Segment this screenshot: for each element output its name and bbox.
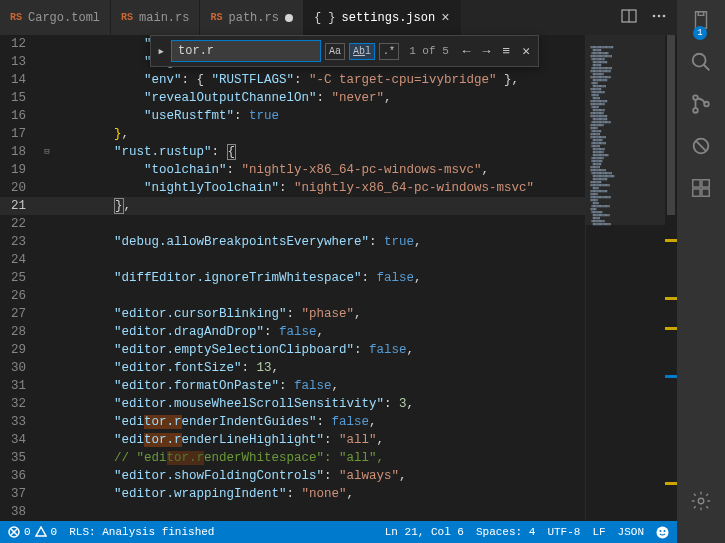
rust-file-icon: RS <box>10 12 22 23</box>
code-line[interactable]: 22 <box>0 215 585 233</box>
code-line[interactable]: 36 "editor.showFoldingControls": "always… <box>0 467 585 485</box>
code-line[interactable]: 37 "editor.wrappingIndent": "none", <box>0 485 585 503</box>
find-prev-icon[interactable]: ← <box>459 44 475 59</box>
svg-rect-19 <box>702 180 709 187</box>
code-line[interactable]: 21 }, <box>0 197 585 215</box>
find-close-icon[interactable]: ✕ <box>518 43 534 59</box>
code-line[interactable]: 15 "revealOutputChannelOn": "never", <box>0 89 585 107</box>
settings-icon[interactable] <box>689 489 713 513</box>
svg-rect-20 <box>693 189 700 196</box>
code-line[interactable]: 29 "editor.emptySelectionClipboard": fal… <box>0 341 585 359</box>
code-line[interactable]: 17 }, <box>0 125 585 143</box>
code-line[interactable]: 27 "editor.cursorBlinking": "phase", <box>0 305 585 323</box>
code-line[interactable]: 31 "editor.formatOnPaste": false, <box>0 377 585 395</box>
code-line[interactable]: 33 "editor.renderIndentGuides": false, <box>0 413 585 431</box>
code-line[interactable]: 26 <box>0 287 585 305</box>
status-rls[interactable]: RLS: Analysis finished <box>69 526 214 538</box>
activity-bar: 1 <box>677 0 725 543</box>
whole-word-toggle[interactable]: Abl <box>349 43 375 60</box>
status-eol[interactable]: LF <box>592 526 605 538</box>
svg-point-9 <box>660 530 662 532</box>
status-lncol[interactable]: Ln 21, Col 6 <box>385 526 464 538</box>
svg-point-3 <box>658 14 661 17</box>
code-line[interactable]: 18⊟ "rust.rustup": { <box>0 143 585 161</box>
find-expand-icon[interactable]: ▸ <box>155 43 167 59</box>
rust-file-icon: RS <box>210 12 222 23</box>
tab-Cargo-toml[interactable]: RSCargo.toml <box>0 0 111 35</box>
code-line[interactable]: 28 "editor.dragAndDrop": false, <box>0 323 585 341</box>
code-line[interactable]: 38 <box>0 503 585 521</box>
search-icon[interactable] <box>689 50 713 74</box>
code-line[interactable]: 14 "env": { "RUSTFLAGS": "-C target-cpu=… <box>0 71 585 89</box>
tab-label: path.rs <box>228 11 278 25</box>
code-line[interactable]: 23 "debug.allowBreakpointsEverywhere": t… <box>0 233 585 251</box>
tab-label: main.rs <box>139 11 189 25</box>
code-line[interactable]: 35 // "editor.renderWhitespace": "all", <box>0 449 585 467</box>
more-actions-icon[interactable] <box>651 8 667 28</box>
svg-line-17 <box>696 141 705 150</box>
match-case-toggle[interactable]: Aa <box>325 43 345 60</box>
code-line[interactable]: 25 "diffEditor.ignoreTrimWhitespace": fa… <box>0 269 585 287</box>
tab-bar: RSCargo.tomlRSmain.rsRSpath.rs{ }setting… <box>0 0 677 35</box>
code-line[interactable]: 19 "toolchain": "nightly-x86_64-pc-windo… <box>0 161 585 179</box>
debug-icon[interactable] <box>689 134 713 158</box>
scrollbar-thumb[interactable] <box>667 35 675 215</box>
svg-rect-21 <box>702 189 709 196</box>
tab-settings-json[interactable]: { }settings.json× <box>304 0 461 35</box>
find-input[interactable] <box>171 40 321 62</box>
explorer-icon[interactable]: 1 <box>689 8 713 32</box>
scrollbar[interactable] <box>665 35 677 521</box>
code-line[interactable]: 24 <box>0 251 585 269</box>
svg-point-11 <box>693 54 706 67</box>
json-file-icon: { } <box>314 11 336 25</box>
tab-label: Cargo.toml <box>28 11 100 25</box>
rust-file-icon: RS <box>121 12 133 23</box>
svg-point-8 <box>657 526 669 538</box>
status-spaces[interactable]: Spaces: 4 <box>476 526 535 538</box>
source-control-icon[interactable] <box>689 92 713 116</box>
svg-line-12 <box>704 65 710 71</box>
dirty-indicator-icon <box>285 14 293 22</box>
svg-point-13 <box>693 95 698 100</box>
close-tab-icon[interactable]: × <box>441 10 449 26</box>
find-count: 1 of 5 <box>409 45 449 57</box>
split-editor-icon[interactable] <box>621 8 637 28</box>
regex-toggle[interactable]: .* <box>379 43 399 60</box>
code-line[interactable]: 20 "nightlyToolchain": "nightly-x86_64-p… <box>0 179 585 197</box>
activity-badge: 1 <box>693 26 707 40</box>
status-feedback-icon[interactable] <box>656 526 669 539</box>
editor[interactable]: 12 "executor"13 "args"14 "env": { "RUSTF… <box>0 35 677 521</box>
status-lang[interactable]: JSON <box>618 526 644 538</box>
tab-main-rs[interactable]: RSmain.rs <box>111 0 200 35</box>
extensions-icon[interactable] <box>689 176 713 200</box>
code-line[interactable]: 34 "editor.renderLineHighlight": "all", <box>0 431 585 449</box>
find-widget: ▸ Aa Abl .* 1 of 5 ← → ≡ ✕ <box>150 35 539 67</box>
svg-point-14 <box>693 108 698 113</box>
status-encoding[interactable]: UTF-8 <box>547 526 580 538</box>
find-next-icon[interactable]: → <box>479 44 495 59</box>
status-problems[interactable]: 0 0 <box>8 526 57 538</box>
status-bar: 0 0 RLS: Analysis finished Ln 21, Col 6 … <box>0 521 677 543</box>
tab-path-rs[interactable]: RSpath.rs <box>200 0 303 35</box>
svg-point-22 <box>698 498 704 504</box>
code-line[interactable]: 32 "editor.mouseWheelScrollSensitivity":… <box>0 395 585 413</box>
svg-point-10 <box>664 530 666 532</box>
svg-rect-18 <box>693 180 700 187</box>
find-selection-icon[interactable]: ≡ <box>498 44 514 59</box>
fold-icon[interactable]: ⊟ <box>44 147 49 157</box>
code-line[interactable]: 16 "useRustfmt": true <box>0 107 585 125</box>
tab-label: settings.json <box>342 11 436 25</box>
minimap[interactable]: ███████████████████ ███████ ████████████… <box>585 35 665 521</box>
svg-point-4 <box>663 14 666 17</box>
svg-point-2 <box>653 14 656 17</box>
tab-actions <box>611 0 677 35</box>
code-line[interactable]: 30 "editor.fontSize": 13, <box>0 359 585 377</box>
